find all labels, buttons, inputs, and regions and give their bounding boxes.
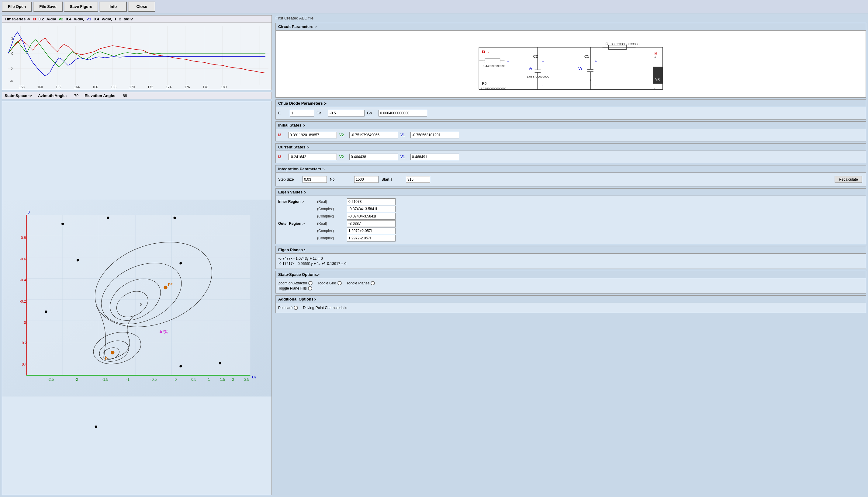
inner-real-input[interactable] <box>347 198 395 205</box>
svg-text:Eᶜ(0): Eᶜ(0) <box>160 329 169 333</box>
current-states-section: Current States :- I3 V2 V1 <box>275 143 866 164</box>
planes-radio[interactable] <box>371 281 375 285</box>
left-panel: TimeSeries -> I3 0.2 A/div V2 0.4 V/div,… <box>0 13 274 497</box>
integration-content: Step Size No. Start T Recalculate <box>276 173 866 186</box>
fills-radio[interactable] <box>308 286 312 290</box>
svg-text:-4: -4 <box>10 79 13 83</box>
inner-label: Inner Region :- <box>278 200 315 204</box>
svg-text:V₂: V₂ <box>529 67 533 71</box>
svg-text:-0.4: -0.4 <box>20 278 26 282</box>
svg-text:R0: R0 <box>482 82 487 86</box>
start-label: Start T <box>381 177 403 182</box>
svg-text:166: 166 <box>92 85 98 89</box>
toolbar: File Open File Save Save Figure Info Clo… <box>0 0 868 13</box>
svg-text:IR: IR <box>654 52 657 56</box>
planes-label: Toggle Planes <box>347 281 370 285</box>
init-i3-input[interactable] <box>288 132 337 138</box>
outer-complex1-input[interactable] <box>347 228 395 234</box>
svg-text:U₁: U₁ <box>252 375 256 379</box>
outer-real-input[interactable] <box>347 220 395 227</box>
driving-option: Driving-Point Characteristic <box>303 306 347 310</box>
gb-label: Gb <box>367 111 376 115</box>
init-v1-input[interactable] <box>410 132 459 138</box>
statespace-svg: U₁ -0.8 -0.6 -0.4 -0.2 0 0.2 0.4 -2.5 -2… <box>2 101 272 495</box>
ts-t-val: 2 <box>119 17 121 21</box>
planes-option: Toggle Planes <box>347 281 375 285</box>
outer-real-row: Outer Region :- (Real) <box>278 220 864 227</box>
additional-row: Poincaré Driving-Point Characteristic <box>278 306 864 310</box>
svg-text:P⁻: P⁻ <box>105 356 110 361</box>
ss-label: State-Space -> <box>4 94 32 98</box>
svg-point-77 <box>95 426 97 428</box>
file-open-button[interactable]: File Open <box>2 1 32 12</box>
file-title: First Created ABC file <box>275 15 866 21</box>
svg-point-76 <box>219 362 221 364</box>
svg-text:160: 160 <box>38 85 43 89</box>
options-row2: Toggle Plane Fills <box>278 286 864 290</box>
close-button[interactable]: Close <box>128 1 155 12</box>
inner-complex2-input[interactable] <box>347 213 395 219</box>
no-label: No. <box>330 177 351 182</box>
svg-text:P⁺: P⁺ <box>168 282 173 287</box>
curr-i3-label: I3 <box>278 155 286 159</box>
start-input[interactable] <box>406 176 430 183</box>
ts-i3-unit: A/div <box>46 17 56 21</box>
svg-text:G: G <box>605 42 608 46</box>
svg-point-75 <box>179 365 182 367</box>
ss-options-title: State-Space Options:- <box>276 271 866 278</box>
save-figure-button[interactable]: Save Figure <box>64 1 99 12</box>
svg-text:VR: VR <box>655 77 660 81</box>
e-label: E <box>278 111 287 115</box>
ga-input[interactable] <box>328 110 364 116</box>
poincare-option: Poincaré <box>278 306 298 310</box>
ts-t-unit: s/div <box>124 17 133 21</box>
poincare-label: Poincaré <box>278 306 292 310</box>
svg-text:-1.449999999999: -1.449999999999 <box>482 64 506 68</box>
curr-v1-input[interactable] <box>410 154 459 160</box>
svg-text:-1: -1 <box>126 378 130 382</box>
ts-v1-label: V1 <box>86 17 91 21</box>
file-save-button[interactable]: File Save <box>33 1 62 12</box>
inner-complex1-row: (Complex) <box>278 205 864 212</box>
svg-text:0.4: 0.4 <box>22 362 27 367</box>
initial-states-title: Initial States :- <box>276 122 866 129</box>
inner-complex1-type: (Complex) <box>317 207 345 211</box>
inner-complex2-type: (Complex) <box>317 214 345 218</box>
e-input[interactable] <box>290 110 314 116</box>
svg-point-87 <box>111 351 114 354</box>
ts-v1-unit: V/div, <box>102 17 112 21</box>
eigenvalues-title: Eigen Values :- <box>276 188 866 196</box>
ts-v1-val: 0.4 <box>93 17 99 21</box>
ts-i3-label: I3 <box>33 17 36 21</box>
gb-input[interactable] <box>378 110 427 116</box>
step-input[interactable] <box>303 176 327 183</box>
eigenvalues-content: Inner Region :- (Real) (Complex) (Comple… <box>276 196 866 244</box>
zoom-radio[interactable] <box>308 281 313 285</box>
svg-point-69 <box>61 223 64 225</box>
init-v2-input[interactable] <box>349 132 398 138</box>
svg-text:170: 170 <box>129 85 135 89</box>
grid-radio[interactable] <box>337 281 342 285</box>
svg-text:-1.5: -1.5 <box>102 378 108 382</box>
curr-v2-input[interactable] <box>349 154 398 160</box>
poincare-radio[interactable] <box>294 306 298 310</box>
curr-i3-input[interactable] <box>288 154 337 160</box>
right-panel: First Created ABC file Circuit Parameter… <box>274 13 868 497</box>
inner-complex1-input[interactable] <box>347 205 395 212</box>
svg-text:L: L <box>483 59 486 63</box>
no-input[interactable] <box>354 176 378 183</box>
grid-label: Toggle Grid <box>317 281 336 285</box>
ts-v2-unit: V/div, <box>74 17 84 21</box>
svg-text:158: 158 <box>19 85 24 89</box>
additional-content: Poincaré Driving-Point Characteristic <box>276 303 866 313</box>
additional-section: Additional Options:- Poincaré Driving-Po… <box>275 295 866 313</box>
recalculate-button[interactable]: Recalculate <box>835 176 862 183</box>
svg-text:0: 0 <box>24 321 26 325</box>
svg-point-85 <box>164 286 168 289</box>
circuit-params-title: Circuit Parameters :- <box>276 23 866 30</box>
chua-params-title: Chua Diode Parameters :- <box>276 100 866 107</box>
info-button[interactable]: Info <box>99 1 127 12</box>
outer-complex2-input[interactable] <box>347 235 395 242</box>
elevation-label: Elevation Angle: <box>85 94 115 98</box>
statespace-chart: U₁ -0.8 -0.6 -0.4 -0.2 0 0.2 0.4 -2.5 -2… <box>2 101 272 495</box>
